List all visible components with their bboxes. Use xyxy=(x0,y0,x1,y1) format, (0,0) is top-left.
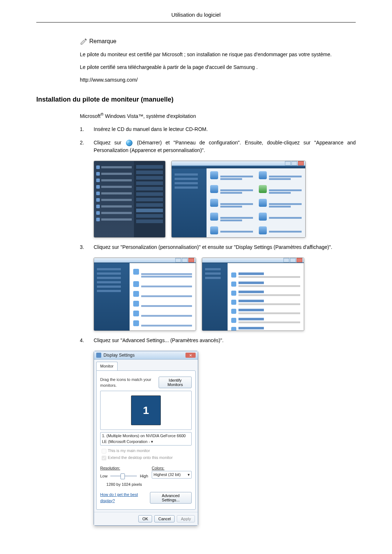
step-3: 3. Cliquez sur "Personalization (personn… xyxy=(80,243,356,251)
os-prefix: Microsoft xyxy=(80,113,101,119)
res-low: Low xyxy=(100,473,107,479)
resolution-label: Resolution: xyxy=(100,465,148,471)
cp-sidebar xyxy=(172,168,207,237)
ap-list xyxy=(130,263,196,331)
personalization-screenshot xyxy=(202,258,304,331)
step2-screenshots xyxy=(94,161,356,238)
page-header: Utilisation du logiciel xyxy=(36,11,356,22)
display-icon xyxy=(96,353,101,358)
chevron-down-icon: ▾ xyxy=(188,472,190,478)
step-1: 1. Insérez le CD du manuel dans le lecte… xyxy=(80,126,356,133)
dialog-titlebar: Display Settings ✕ xyxy=(94,351,198,360)
pers-list xyxy=(228,263,304,331)
identify-monitors-button[interactable]: Identify Monitors xyxy=(159,377,192,388)
resolution-slider[interactable] xyxy=(110,475,137,477)
close-icon[interactable]: ✕ xyxy=(185,353,196,358)
colors-select[interactable]: Highest (32 bit)▾ xyxy=(152,471,192,479)
step-2: 2. Cliquez sur (Démarrer) et "Panneau de… xyxy=(80,139,356,154)
cancel-button[interactable]: Cancel xyxy=(154,515,175,522)
step-number: 1. xyxy=(80,126,87,133)
monitor-preview[interactable]: 1 xyxy=(131,395,161,425)
step2-pre: Cliquez sur xyxy=(94,140,121,145)
apply-button[interactable]: Apply xyxy=(177,515,195,522)
step-text: Cliquez sur (Démarrer) et "Panneau de co… xyxy=(94,139,356,154)
extend-desktop-checkbox[interactable]: Extend the desktop onto this monitor xyxy=(100,455,173,460)
start-menu-left xyxy=(94,161,134,237)
step2-post: (Démarrer) et "Panneau de configuration"… xyxy=(94,140,356,153)
step3-screenshots xyxy=(94,258,356,331)
monitor-select[interactable]: 1. (Multiple Monitors) on NVIDIA GeForce… xyxy=(100,432,192,446)
step-text: Cliquez sur "Advanced Settings... (Param… xyxy=(94,337,356,344)
step-number: 4. xyxy=(80,337,87,344)
os-suffix: , système d'exploitation xyxy=(143,113,196,119)
drag-hint: Drag the icons to match your monitors. xyxy=(100,377,159,389)
dialog-title: Display Settings xyxy=(103,352,135,358)
start-menu-screenshot xyxy=(94,161,166,238)
start-menu-right xyxy=(134,161,165,237)
appearance-personalization-item xyxy=(259,185,302,194)
pers-sidebar xyxy=(202,263,228,331)
display-settings-link xyxy=(231,327,300,331)
resolution-value: 1280 by 1024 pixels xyxy=(100,481,148,488)
os-line: Microsoft® Windows Vista™, système d'exp… xyxy=(80,111,356,120)
note-paragraph-1: Le pilote du moniteur est certifié par M… xyxy=(80,51,356,58)
personalization-link xyxy=(133,269,192,278)
step-4: 4. Cliquez sur "Advanced Settings... (Pa… xyxy=(80,337,356,344)
ok-button[interactable]: OK xyxy=(138,515,152,522)
colors-label: Colors: xyxy=(152,465,192,471)
ap-sidebar xyxy=(94,263,130,331)
appearance-personalization-screenshot xyxy=(94,258,196,331)
monitor-tab[interactable]: Monitor xyxy=(96,362,118,370)
step-text: Cliquez sur "Personalization (personnali… xyxy=(94,243,356,251)
best-display-link[interactable]: How do I get the best display? xyxy=(100,492,150,504)
cp-categories xyxy=(207,168,305,237)
step-number: 2. xyxy=(80,139,87,154)
res-high: High xyxy=(140,473,148,479)
note-label: Remarque xyxy=(89,37,117,46)
pen-icon xyxy=(80,37,88,45)
note-paragraph-2: Le pilote certifié sera téléchargeable à… xyxy=(80,63,356,71)
main-monitor-checkbox[interactable]: This is my main monitor xyxy=(100,448,150,453)
step-number: 3. xyxy=(80,243,87,251)
step-text: Insérez le CD du manuel dans le lecteur … xyxy=(94,126,356,133)
display-settings-dialog: Display Settings ✕ Monitor Drag the icon… xyxy=(94,351,198,526)
advanced-settings-button[interactable]: Advanced Settings... xyxy=(150,492,192,504)
tm-mark: ™ xyxy=(138,113,143,119)
os-mid: Windows Vista xyxy=(103,113,138,119)
note-url: http://www.samsung.com/ xyxy=(80,76,356,84)
note-heading: Remarque xyxy=(80,37,356,46)
start-orb-icon xyxy=(126,140,132,146)
control-panel-screenshot xyxy=(171,161,306,238)
section-title: Installation du pilote de moniteur (manu… xyxy=(36,95,356,104)
control-panel-item xyxy=(136,209,163,212)
